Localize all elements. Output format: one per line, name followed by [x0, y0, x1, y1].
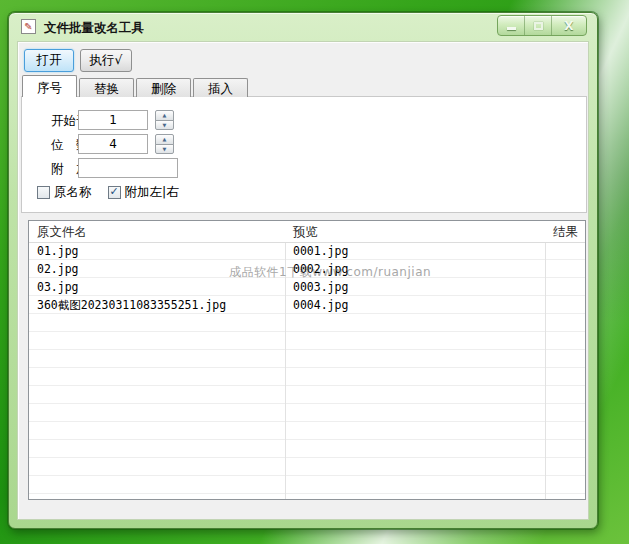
cell-result	[545, 296, 585, 314]
column-header-preview[interactable]: 预览	[285, 221, 545, 242]
table-row[interactable]: 02.jpg 0002.jpg	[29, 260, 585, 278]
table-body: 成品软件1下载www.com/ruanjian 01.jpg 0001.jpg …	[29, 242, 585, 499]
cell-original-name: 03.jpg	[29, 278, 285, 296]
tab-serial-number[interactable]: 序号	[22, 75, 77, 97]
client-area: 打开 执行√ 序号 替换 删除 插入 开始于 ▲ ▼ 位 数	[17, 41, 589, 520]
execute-button[interactable]: 执行√	[80, 49, 132, 72]
spin-down-icon[interactable]: ▼	[155, 120, 174, 131]
append-side-checkbox[interactable]: ✓	[108, 186, 121, 199]
tab-delete[interactable]: 删除	[136, 78, 191, 97]
checkbox-row: 原名称 ✓ 附加左|右	[37, 184, 195, 201]
cell-result	[545, 278, 585, 296]
title-bar[interactable]: ✎ 文件批量改名工具 X	[9, 13, 597, 41]
spin-up-icon[interactable]: ▲	[155, 134, 174, 145]
spin-down-icon[interactable]: ▼	[155, 144, 174, 155]
window-controls: X	[497, 15, 587, 36]
table-row[interactable]: 360截图20230311083355251.jpg 0004.jpg	[29, 296, 585, 314]
maximize-icon	[534, 22, 543, 30]
start-at-row: 开始于 ▲ ▼	[22, 110, 586, 130]
cell-preview: 0002.jpg	[285, 260, 545, 278]
serial-tab-panel: 开始于 ▲ ▼ 位 数 ▲ ▼ 附 加	[21, 96, 587, 213]
app-window: ✎ 文件批量改名工具 X 打开 执行√ 序号 替换 删除 插	[8, 12, 598, 529]
column-header-original-name[interactable]: 原文件名	[29, 221, 285, 242]
digits-row: 位 数 ▲ ▼	[22, 134, 586, 154]
append-input[interactable]	[78, 158, 178, 178]
cell-preview: 0001.jpg	[285, 242, 545, 260]
cell-original-name: 01.jpg	[29, 242, 285, 260]
spin-up-icon[interactable]: ▲	[155, 110, 174, 121]
append-row: 附 加	[22, 158, 586, 178]
start-at-input[interactable]	[78, 110, 148, 130]
digits-spinner: ▲ ▼	[155, 134, 174, 154]
cell-result	[545, 260, 585, 278]
check-icon: ✓	[109, 186, 118, 197]
start-at-spinner: ▲ ▼	[155, 110, 174, 130]
maximize-button[interactable]	[525, 16, 552, 35]
append-side-label: 附加左|右	[125, 184, 179, 201]
table-header: 原文件名 预览 结果	[29, 221, 585, 243]
file-table: 原文件名 预览 结果 成品软件1下载www.com/ruanjian 01.jp…	[28, 220, 586, 500]
app-icon: ✎	[21, 19, 36, 34]
close-icon: X	[564, 20, 573, 32]
cell-result	[545, 242, 585, 260]
table-row[interactable]: 03.jpg 0003.jpg	[29, 278, 585, 296]
original-name-checkbox[interactable]	[37, 186, 50, 199]
cell-original-name: 360截图20230311083355251.jpg	[29, 296, 285, 314]
tab-bar: 序号 替换 删除 插入	[22, 75, 250, 97]
close-button[interactable]: X	[552, 16, 586, 35]
digits-input[interactable]	[78, 134, 148, 154]
column-header-result[interactable]: 结果	[545, 221, 585, 242]
open-button[interactable]: 打开	[24, 49, 74, 72]
tab-insert[interactable]: 插入	[193, 78, 248, 97]
cell-original-name: 02.jpg	[29, 260, 285, 278]
minimize-icon	[507, 27, 516, 30]
tab-replace[interactable]: 替换	[79, 78, 134, 97]
cell-preview: 0003.jpg	[285, 278, 545, 296]
cell-preview: 0004.jpg	[285, 296, 545, 314]
minimize-button[interactable]	[498, 16, 525, 35]
original-name-label: 原名称	[54, 184, 92, 201]
table-row[interactable]: 01.jpg 0001.jpg	[29, 242, 585, 260]
desktop-background: ✎ 文件批量改名工具 X 打开 执行√ 序号 替换 删除 插	[0, 0, 629, 544]
window-title: 文件批量改名工具	[44, 20, 144, 37]
